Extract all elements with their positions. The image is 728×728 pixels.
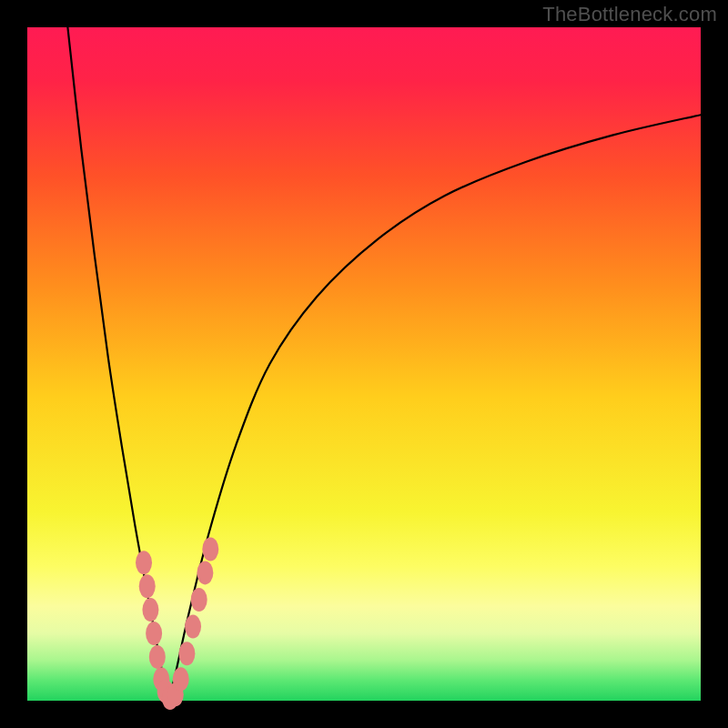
- marker-point: [149, 645, 166, 669]
- marker-point: [139, 574, 156, 598]
- marker-point: [142, 598, 158, 622]
- marker-point: [185, 615, 201, 639]
- curve-right-branch: [168, 115, 701, 701]
- plot-svg: [27, 27, 701, 701]
- marker-point: [191, 588, 207, 612]
- marker-point: [202, 538, 218, 561]
- outer-frame: TheBottleneck.com: [0, 0, 728, 728]
- marker-point: [178, 642, 195, 665]
- curve-markers: [136, 538, 218, 711]
- marker-point: [197, 561, 213, 584]
- marker-point: [146, 622, 162, 645]
- marker-point: [173, 667, 189, 691]
- watermark-text: TheBottleneck.com: [542, 3, 717, 26]
- marker-point: [136, 551, 152, 574]
